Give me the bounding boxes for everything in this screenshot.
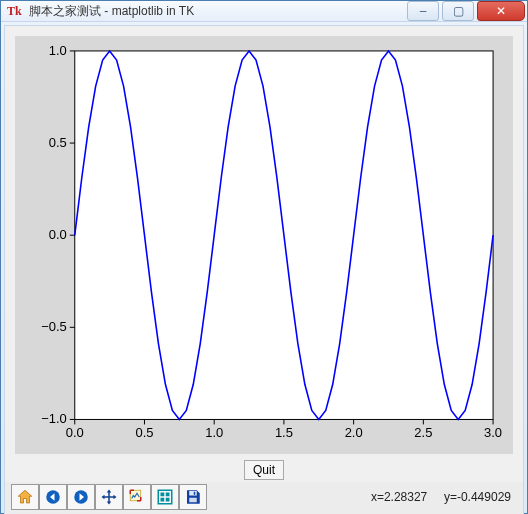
svg-rect-35 [189,498,197,503]
app-window: Tk 脚本之家测试 - matplotlib in TK – ▢ ✕ 0.00.… [0,0,528,514]
close-icon: ✕ [496,4,506,18]
svg-text:0.5: 0.5 [49,135,67,150]
back-icon [44,488,62,506]
client-area: 0.00.51.01.52.02.53.0−1.0−0.50.00.51.0 Q… [4,25,524,514]
tk-icon: Tk [7,3,23,19]
figure-canvas[interactable]: 0.00.51.01.52.02.53.0−1.0−0.50.00.51.0 [15,36,513,454]
svg-text:0.0: 0.0 [49,227,67,242]
svg-text:−1.0: −1.0 [41,411,67,426]
cursor-coords: x=2.28327 y=-0.449029 [371,490,517,504]
svg-text:−0.5: −0.5 [41,319,67,334]
coord-y: y=-0.449029 [444,490,511,504]
svg-text:2.5: 2.5 [414,425,432,440]
forward-icon [72,488,90,506]
subplots-button[interactable] [151,484,179,510]
nav-toolbar: x=2.28327 y=-0.449029 [5,482,523,514]
forward-button[interactable] [67,484,95,510]
zoom-button[interactable] [123,484,151,510]
maximize-icon: ▢ [453,4,464,18]
minimize-button[interactable]: – [407,1,439,21]
window-controls: – ▢ ✕ [404,1,525,21]
minimize-icon: – [420,4,427,18]
svg-text:3.0: 3.0 [484,425,502,440]
pan-button[interactable] [95,484,123,510]
close-button[interactable]: ✕ [477,1,525,21]
svg-rect-32 [161,498,165,502]
subplots-icon [156,488,174,506]
back-button[interactable] [39,484,67,510]
save-icon [184,488,202,506]
chart-plot: 0.00.51.01.52.02.53.0−1.0−0.50.00.51.0 [15,36,513,454]
svg-text:1.5: 1.5 [275,425,293,440]
quit-button[interactable]: Quit [244,460,284,480]
svg-rect-33 [166,498,170,502]
svg-text:1.0: 1.0 [49,43,67,58]
home-icon [16,488,34,506]
svg-rect-29 [158,491,172,505]
svg-rect-36 [194,492,196,495]
svg-text:0.5: 0.5 [135,425,153,440]
quit-row: Quit [5,456,523,482]
svg-text:1.0: 1.0 [205,425,223,440]
svg-text:2.0: 2.0 [345,425,363,440]
svg-rect-31 [166,493,170,497]
home-button[interactable] [11,484,39,510]
zoom-icon [128,488,146,506]
titlebar[interactable]: Tk 脚本之家测试 - matplotlib in TK – ▢ ✕ [1,1,527,22]
svg-text:0.0: 0.0 [66,425,84,440]
pan-icon [100,488,118,506]
svg-rect-30 [161,493,165,497]
maximize-button[interactable]: ▢ [442,1,474,21]
coord-x: x=2.28327 [371,490,427,504]
svg-rect-34 [189,491,197,496]
window-title: 脚本之家测试 - matplotlib in TK [29,3,404,20]
svg-text:Tk: Tk [7,4,22,18]
save-button[interactable] [179,484,207,510]
